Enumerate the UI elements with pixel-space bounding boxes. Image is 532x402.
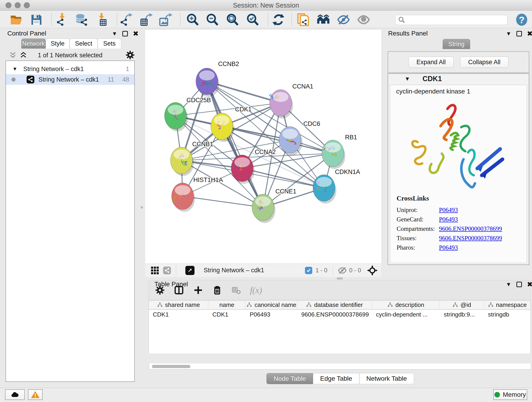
table-cell[interactable]: CDK1 <box>149 310 208 319</box>
collapse-all-button[interactable]: Collapse All <box>460 57 508 68</box>
panel-menu-icon[interactable]: ▼ <box>112 31 117 37</box>
table-cell[interactable]: stringdb:9... <box>440 310 484 319</box>
zoom-out-icon[interactable] <box>205 13 220 27</box>
node-label: CCNE1 <box>275 188 297 195</box>
create-column-plus-icon[interactable] <box>193 285 203 295</box>
network-node[interactable] <box>269 89 293 119</box>
show-all-icon[interactable] <box>356 13 371 27</box>
tab-string-results[interactable]: String <box>443 39 470 49</box>
tab-network[interactable]: Network <box>21 38 46 49</box>
panel-float-icon[interactable] <box>516 31 522 36</box>
import-network-database-icon[interactable] <box>74 13 89 27</box>
tab-edge-table[interactable]: Edge Table <box>313 373 359 384</box>
crosslink-label: Compartments: <box>397 225 439 232</box>
warning-status-button[interactable] <box>28 389 43 400</box>
toolbar-separator <box>291 13 292 26</box>
memory-button[interactable]: Memory <box>493 389 527 400</box>
crosslink-row: Tissues:9606.ENSP00000378699 <box>397 235 527 242</box>
network-canvas[interactable]: CCNB2CCNA1CDC25BCDK1CDC6RB1CCNB1CCNA2CDK… <box>145 30 381 264</box>
gene-disclosure-icon[interactable]: ▼ <box>405 76 410 82</box>
table-row[interactable]: CDK1CDK1P064939606.ENSP00000378699cyclin… <box>149 310 530 319</box>
import-table-file-icon[interactable] <box>94 13 109 27</box>
crosslink-link[interactable]: 9606.ENSP00000378699 <box>439 225 502 232</box>
search-input[interactable] <box>405 16 501 24</box>
clone-network-icon[interactable] <box>296 13 310 27</box>
panel-close-icon[interactable]: ✖ <box>527 281 532 288</box>
column-header[interactable]: database identifier <box>297 300 372 309</box>
export-network-icon[interactable] <box>119 13 133 27</box>
table-panel-title: Table Panel <box>154 281 188 288</box>
network-options-gear-icon[interactable] <box>126 51 135 60</box>
crosslink-row: Compartments:9606.ENSP00000378699 <box>397 225 527 232</box>
import-network-file-icon[interactable] <box>55 13 69 27</box>
table-cell[interactable]: CDK1 <box>208 310 246 319</box>
column-header[interactable]: name <box>208 300 246 309</box>
panel-menu-icon[interactable]: ▼ <box>506 281 511 288</box>
crosslink-link[interactable]: P06493 <box>439 244 458 251</box>
delete-column-trash-icon[interactable] <box>212 285 222 295</box>
network-node[interactable] <box>322 140 345 169</box>
tab-node-table[interactable]: Node Table <box>266 373 313 384</box>
first-neighbors-icon[interactable] <box>316 13 330 27</box>
node-label: CCNB2 <box>218 61 239 67</box>
network-edge[interactable] <box>207 81 263 207</box>
birds-eye-view-icon[interactable] <box>150 266 159 275</box>
scrollbar-thumb[interactable] <box>152 365 190 368</box>
tab-network-table[interactable]: Network Table <box>359 373 414 384</box>
table-cell[interactable]: stringdb <box>484 310 531 319</box>
open-session-icon[interactable] <box>9 13 23 27</box>
network-node[interactable] <box>211 113 234 142</box>
fit-content-crosshair-icon[interactable] <box>367 265 378 276</box>
column-header[interactable]: shared name <box>149 300 208 309</box>
open-in-new-window-icon[interactable] <box>185 266 195 275</box>
network-node[interactable] <box>165 102 188 131</box>
help-icon[interactable]: ? <box>515 13 529 27</box>
table-cell[interactable]: P06493 <box>246 310 297 319</box>
node-label: HIST1H1A <box>193 177 223 183</box>
node-label: CCNA2 <box>255 148 276 155</box>
column-header[interactable]: canonical name <box>246 300 297 309</box>
zoom-fit-icon[interactable] <box>225 13 240 27</box>
refresh-view-icon[interactable] <box>271 13 285 27</box>
tab-sets[interactable]: Sets <box>98 38 121 49</box>
panel-close-icon[interactable]: ✖ <box>527 30 532 37</box>
export-image-icon[interactable] <box>158 13 173 27</box>
network-node[interactable] <box>172 183 195 212</box>
network-collection-row[interactable]: ▼ String Network – cdk1 1 <box>6 64 134 74</box>
vertical-splitter-handle[interactable] <box>141 206 143 209</box>
expand-all-button[interactable]: Expand All <box>409 57 454 68</box>
column-header[interactable]: namespace <box>484 300 531 309</box>
collection-disclosure-icon[interactable]: ▼ <box>12 66 17 72</box>
zoom-selected-icon[interactable] <box>246 13 260 27</box>
column-header[interactable]: @id <box>440 300 484 309</box>
selected-checkbox-icon[interactable] <box>305 267 312 274</box>
tab-style[interactable]: Style <box>46 38 70 49</box>
column-header[interactable]: description <box>372 300 440 309</box>
network-node[interactable] <box>171 147 194 176</box>
table-cell[interactable]: 9606.ENSP00000378699 <box>297 310 372 319</box>
crosslink-link[interactable]: P06493 <box>439 206 458 214</box>
network-node[interactable] <box>279 127 302 155</box>
panel-float-icon[interactable] <box>122 31 128 36</box>
cloud-status-button[interactable] <box>5 389 25 400</box>
crosslink-link[interactable]: P06493 <box>439 216 458 223</box>
network-node[interactable] <box>252 194 275 223</box>
panel-close-icon[interactable]: ✖ <box>133 30 139 37</box>
crosslink-link[interactable]: 9606.ENSP00000378699 <box>439 235 502 242</box>
table-horizontal-scrollbar[interactable] <box>149 364 531 370</box>
string-panel-toggle-icon[interactable] <box>163 267 171 274</box>
hide-selected-icon[interactable] <box>336 13 351 27</box>
network-node[interactable] <box>196 68 219 97</box>
tab-select[interactable]: Select <box>70 38 98 49</box>
export-table-icon[interactable] <box>139 13 153 27</box>
horizontal-splitter-handle[interactable] <box>337 278 343 279</box>
panel-float-icon[interactable] <box>516 282 522 287</box>
panel-menu-icon[interactable]: ▼ <box>506 31 511 37</box>
save-session-icon[interactable] <box>29 13 44 27</box>
zoom-in-icon[interactable] <box>186 13 200 27</box>
network-node[interactable] <box>231 155 254 184</box>
network-node[interactable] <box>313 175 336 204</box>
table-cell[interactable]: cyclin-dependent ... <box>372 310 440 319</box>
string-network-icon <box>27 76 34 83</box>
network-row[interactable]: String Network – cdk1 11 48 <box>6 74 134 85</box>
